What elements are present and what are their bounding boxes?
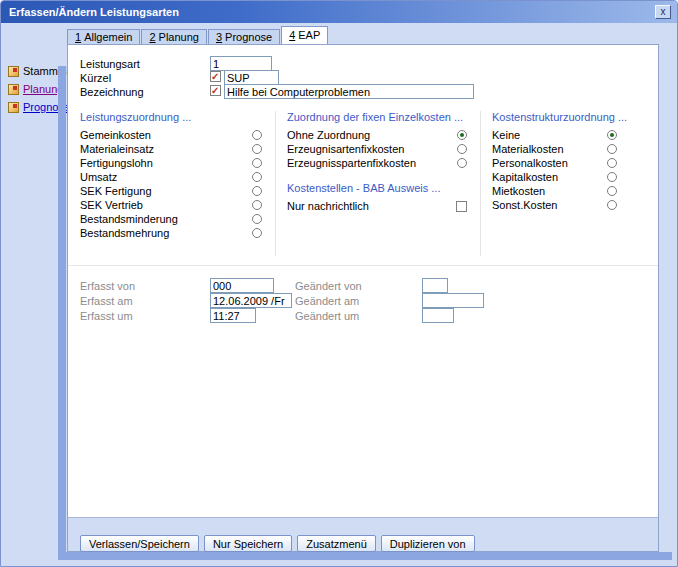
tab-label: Planung	[159, 31, 199, 43]
button-row: Verlassen/Speichern Nur Speichern Zusatz…	[80, 535, 475, 552]
verlassen-speichern-button[interactable]: Verlassen/Speichern	[80, 535, 199, 552]
group-title: Kostenstellen - BAB Ausweis ...	[287, 182, 467, 195]
option-label: Ohne Zuordnung	[287, 129, 370, 141]
main-frame: Leistungsart Kürzel Bezeichnung Leistung…	[67, 44, 659, 552]
sidebar-item-stammblatt[interactable]: Stammblatt	[8, 65, 60, 77]
radio-fertigungslohn[interactable]	[252, 158, 262, 168]
tab-planung[interactable]: 2Planung	[141, 29, 207, 44]
tab-label: Prognose	[225, 31, 272, 43]
erfasst-um-field[interactable]	[210, 308, 256, 323]
geaendert-von-label: Geändert von	[295, 280, 362, 293]
tab-prognose[interactable]: 3Prognose	[208, 29, 280, 44]
sidebar-item-prognose[interactable]: Prognose	[8, 101, 60, 113]
option-label: Bestandsminderung	[80, 213, 178, 225]
sidebar-item-planung[interactable]: Planung	[8, 83, 60, 95]
option-row: Personalkosten	[492, 156, 617, 170]
bezeichnung-label: Bezeichnung	[80, 86, 144, 99]
kuerzel-checkbox[interactable]	[210, 71, 221, 82]
group-title: Leistungszuordnung ...	[80, 111, 262, 124]
option-label: Nur nachrichtlich	[287, 200, 369, 212]
column-divider	[480, 111, 481, 256]
option-row: Erzeugnisartenfixkosten	[287, 142, 467, 156]
radio-sek-vertrieb[interactable]	[252, 200, 262, 210]
radio-materialkosten[interactable]	[607, 144, 617, 154]
nur-speichern-button[interactable]: Nur Speichern	[204, 535, 292, 552]
leistungsart-input[interactable]	[210, 56, 272, 71]
radio-sonst-kosten[interactable]	[607, 200, 617, 210]
option-label: Materialkosten	[492, 143, 564, 155]
option-label: Fertigungslohn	[80, 157, 153, 169]
zusatzmenue-button[interactable]: Zusatzmenü	[297, 535, 376, 552]
tab-label: EAP	[298, 29, 320, 41]
group-leistungszuordnung: Leistungszuordnung ... Gemeinkosten Mate…	[80, 111, 262, 240]
option-row: Sonst.Kosten	[492, 198, 617, 212]
radio-keine[interactable]	[607, 130, 617, 140]
sidebar: Stammblatt Planung Prognose	[8, 65, 60, 119]
option-row: Ohne Zuordnung	[287, 128, 467, 142]
option-row: SEK Fertigung	[80, 184, 262, 198]
radio-mietkosten[interactable]	[607, 186, 617, 196]
erfasst-am-field[interactable]	[210, 293, 292, 308]
tab-allgemein[interactable]: 1Allgemein	[67, 29, 140, 44]
duplizieren-von-button[interactable]: Duplizieren von	[381, 535, 475, 552]
bezeichnung-checkbox[interactable]	[210, 85, 221, 96]
option-label: Keine	[492, 129, 520, 141]
radio-umsatz[interactable]	[252, 172, 262, 182]
geaendert-am-field[interactable]	[422, 293, 484, 308]
option-label: Mietkosten	[492, 185, 545, 197]
window-title: Erfassen/Ändern Leistungsarten	[9, 6, 179, 18]
radio-erzeugnisspartenfixkosten[interactable]	[457, 158, 467, 168]
option-label: Bestandsmehrung	[80, 227, 169, 239]
option-label: SEK Vertrieb	[80, 199, 143, 211]
tab-mnemonic: 4	[289, 29, 295, 41]
option-label: Personalkosten	[492, 157, 568, 169]
leistungsart-label: Leistungsart	[80, 58, 140, 71]
option-label: Erzeugnisspartenfixkosten	[287, 157, 416, 169]
option-row: Umsatz	[80, 170, 262, 184]
option-label: Gemeinkosten	[80, 129, 151, 141]
close-button[interactable]: x	[655, 5, 671, 19]
radio-bestandsminderung[interactable]	[252, 214, 262, 224]
erfasst-um-label: Erfasst um	[80, 310, 133, 323]
radio-bestandsmehrung[interactable]	[252, 228, 262, 238]
geaendert-um-label: Geändert um	[295, 310, 359, 323]
geaendert-am-label: Geändert am	[295, 295, 359, 308]
radio-sek-fertigung[interactable]	[252, 186, 262, 196]
radio-personalkosten[interactable]	[607, 158, 617, 168]
document-icon	[8, 84, 19, 95]
kuerzel-input[interactable]	[224, 70, 279, 85]
option-row: Keine	[492, 128, 617, 142]
option-label: SEK Fertigung	[80, 185, 152, 197]
erfasst-von-field[interactable]	[210, 278, 274, 293]
option-label: Kapitalkosten	[492, 171, 558, 183]
option-row: Kapitalkosten	[492, 170, 617, 184]
radio-gemeinkosten[interactable]	[252, 130, 262, 140]
option-row: Materialkosten	[492, 142, 617, 156]
title-bar: Erfassen/Ändern Leistungsarten	[1, 1, 677, 23]
tab-eap[interactable]: 4EAP	[281, 26, 328, 44]
close-icon: x	[661, 6, 666, 17]
tab-mnemonic: 3	[216, 31, 222, 43]
option-row: Materialeinsatz	[80, 142, 262, 156]
radio-kapitalkosten[interactable]	[607, 172, 617, 182]
option-row: Gemeinkosten	[80, 128, 262, 142]
option-row: Bestandsminderung	[80, 212, 262, 226]
radio-ohne-zuordnung[interactable]	[457, 130, 467, 140]
radio-materialeinsatz[interactable]	[252, 144, 262, 154]
erfasst-am-label: Erfasst am	[80, 295, 133, 308]
geaendert-um-field[interactable]	[422, 308, 454, 323]
tab-mnemonic: 1	[75, 31, 81, 43]
group-title: Zuordnung der fixen Einzelkosten ...	[287, 111, 467, 124]
option-label: Sonst.Kosten	[492, 199, 557, 211]
document-icon	[8, 66, 19, 77]
column-divider	[275, 111, 276, 256]
option-row: Nur nachrichtlich	[287, 199, 467, 213]
geaendert-von-field[interactable]	[422, 278, 448, 293]
nur-nachrichtlich-checkbox[interactable]	[456, 201, 467, 212]
bezeichnung-input[interactable]	[224, 84, 474, 99]
option-row: Fertigungslohn	[80, 156, 262, 170]
kuerzel-label: Kürzel	[80, 72, 111, 85]
left-accent-bar	[58, 66, 66, 560]
option-label: Erzeugnisartenfixkosten	[287, 143, 404, 155]
radio-erzeugnisartenfixkosten[interactable]	[457, 144, 467, 154]
